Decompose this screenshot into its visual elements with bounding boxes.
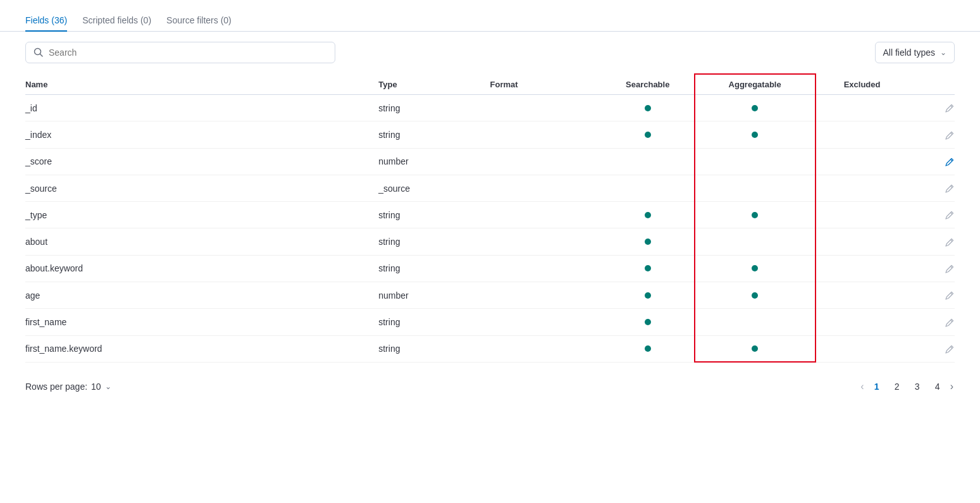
field-aggregatable-cell bbox=[695, 335, 816, 362]
table-row: _typestring bbox=[25, 202, 955, 228]
field-type-cell: number bbox=[378, 148, 490, 175]
searchable-dot bbox=[645, 319, 651, 325]
field-aggregatable-cell bbox=[695, 309, 816, 335]
chevron-down-icon: ⌄ bbox=[940, 48, 946, 57]
field-type-cell: string bbox=[378, 121, 490, 148]
main-container: Fields (36) Scripted fields (0) Source f… bbox=[0, 0, 980, 503]
field-name-cell: _id bbox=[25, 95, 378, 121]
field-aggregatable-cell bbox=[695, 148, 816, 175]
field-type-cell: string bbox=[378, 228, 490, 255]
col-header-name: Name bbox=[25, 74, 378, 95]
field-excluded-cell bbox=[816, 95, 909, 121]
field-aggregatable-cell bbox=[695, 175, 816, 201]
prev-page-button[interactable]: ‹ bbox=[859, 381, 865, 392]
page-button-4[interactable]: 4 bbox=[929, 378, 946, 395]
field-type-label: All field types bbox=[883, 47, 935, 58]
tab-fields[interactable]: Fields (36) bbox=[25, 10, 67, 32]
field-type-dropdown[interactable]: All field types ⌄ bbox=[875, 42, 955, 63]
field-aggregatable-cell bbox=[695, 228, 816, 255]
field-aggregatable-cell bbox=[695, 202, 816, 228]
field-format-cell bbox=[490, 335, 602, 362]
table-row: _indexstring bbox=[25, 121, 955, 148]
rows-per-page-selector[interactable]: Rows per page: 10 ⌄ bbox=[25, 382, 111, 392]
field-type-cell: string bbox=[378, 95, 490, 121]
field-excluded-cell bbox=[816, 121, 909, 148]
search-input[interactable] bbox=[49, 47, 327, 58]
field-searchable-cell bbox=[602, 228, 695, 255]
fields-table: Name Type Format Searchable Aggregatable bbox=[25, 73, 955, 363]
field-name-cell: about bbox=[25, 228, 378, 255]
edit-field-button[interactable] bbox=[945, 263, 955, 273]
table-row: agenumber bbox=[25, 282, 955, 309]
searchable-dot bbox=[645, 292, 651, 299]
search-box[interactable] bbox=[25, 42, 335, 63]
field-name-cell: _index bbox=[25, 121, 378, 148]
field-edit-cell bbox=[909, 175, 955, 201]
edit-field-button[interactable] bbox=[945, 316, 955, 326]
table-row: _scorenumber bbox=[25, 148, 955, 175]
aggregatable-dot bbox=[752, 292, 758, 299]
field-edit-cell bbox=[909, 335, 955, 362]
col-header-aggregatable: Aggregatable bbox=[695, 74, 816, 95]
table-row: aboutstring bbox=[25, 228, 955, 255]
table-row: first_name.keywordstring bbox=[25, 335, 955, 362]
field-name-cell: _source bbox=[25, 175, 378, 201]
field-format-cell bbox=[490, 309, 602, 335]
table-row: _source_source bbox=[25, 175, 955, 201]
edit-field-button[interactable] bbox=[945, 290, 955, 300]
field-edit-cell bbox=[909, 202, 955, 228]
field-type-cell: string bbox=[378, 335, 490, 362]
field-excluded-cell bbox=[816, 282, 909, 309]
aggregatable-dot bbox=[752, 132, 758, 138]
field-edit-cell bbox=[909, 95, 955, 121]
field-edit-cell bbox=[909, 255, 955, 282]
field-type-cell: string bbox=[378, 202, 490, 228]
table-row: about.keywordstring bbox=[25, 255, 955, 282]
searchable-dot bbox=[645, 105, 651, 111]
edit-field-button[interactable] bbox=[945, 344, 955, 354]
tab-scripted-fields[interactable]: Scripted fields (0) bbox=[82, 10, 151, 32]
page-button-1[interactable]: 1 bbox=[868, 378, 886, 395]
table-footer: Rows per page: 10 ⌄ ‹ 1 2 3 4 › bbox=[0, 368, 980, 406]
next-page-button[interactable]: › bbox=[949, 381, 955, 392]
field-type-cell: string bbox=[378, 309, 490, 335]
field-searchable-cell bbox=[602, 309, 695, 335]
field-excluded-cell bbox=[816, 309, 909, 335]
toolbar: All field types ⌄ bbox=[0, 32, 980, 73]
aggregatable-dot bbox=[752, 212, 758, 218]
field-edit-cell bbox=[909, 121, 955, 148]
edit-field-button[interactable] bbox=[945, 156, 955, 166]
field-edit-cell bbox=[909, 228, 955, 255]
field-name-cell: first_name bbox=[25, 309, 378, 335]
field-excluded-cell bbox=[816, 255, 909, 282]
searchable-dot bbox=[645, 212, 651, 218]
searchable-dot bbox=[645, 132, 651, 138]
field-excluded-cell bbox=[816, 228, 909, 255]
pagination: ‹ 1 2 3 4 › bbox=[859, 378, 955, 395]
searchable-dot bbox=[645, 239, 651, 245]
edit-field-button[interactable] bbox=[945, 102, 955, 113]
page-button-2[interactable]: 2 bbox=[888, 378, 906, 395]
page-button-3[interactable]: 3 bbox=[909, 378, 926, 395]
field-edit-cell bbox=[909, 282, 955, 309]
search-icon bbox=[34, 47, 44, 58]
aggregatable-dot bbox=[752, 345, 758, 352]
field-searchable-cell bbox=[602, 148, 695, 175]
searchable-dot bbox=[645, 345, 651, 352]
tab-source-filters[interactable]: Source filters (0) bbox=[166, 10, 232, 32]
field-searchable-cell bbox=[602, 282, 695, 309]
field-format-cell bbox=[490, 175, 602, 201]
edit-field-button[interactable] bbox=[945, 236, 955, 246]
edit-field-button[interactable] bbox=[945, 129, 955, 139]
field-format-cell bbox=[490, 121, 602, 148]
edit-field-button[interactable] bbox=[945, 183, 955, 193]
field-type-cell: _source bbox=[378, 175, 490, 201]
field-edit-cell bbox=[909, 309, 955, 335]
field-format-cell bbox=[490, 228, 602, 255]
field-format-cell bbox=[490, 282, 602, 309]
col-header-type: Type bbox=[378, 74, 490, 95]
field-name-cell: _score bbox=[25, 148, 378, 175]
aggregatable-dot bbox=[752, 265, 758, 271]
edit-field-button[interactable] bbox=[945, 209, 955, 220]
col-header-format: Format bbox=[490, 74, 602, 95]
